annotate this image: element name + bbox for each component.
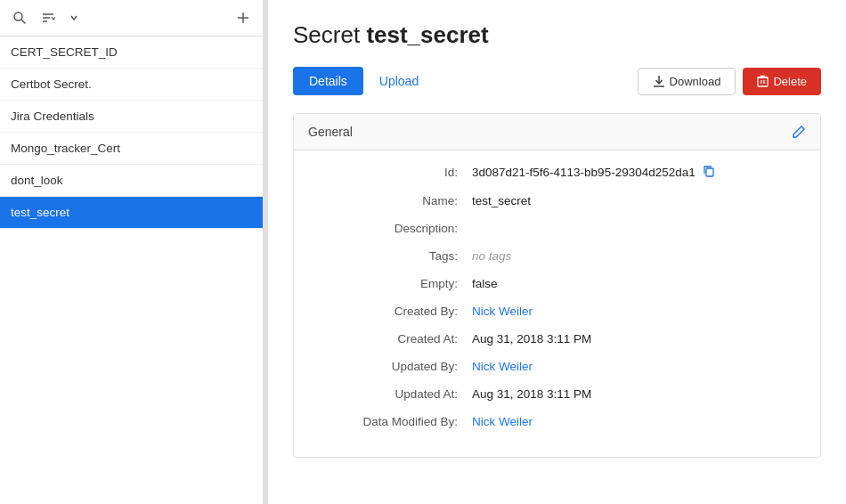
field-row-id: Id: 3d087d21-f5f6-4113-bb95-29304d252da1 — [312, 165, 802, 180]
tab-bar: Details Upload Download D — [293, 67, 821, 95]
action-buttons: Download Delete — [638, 68, 821, 95]
created-at-value: Aug 31, 2018 3:11 PM — [472, 332, 591, 345]
sidebar-item-certbot-secret[interactable]: Certbot Secret. — [0, 69, 263, 101]
download-icon — [653, 75, 665, 87]
delete-button[interactable]: Delete — [743, 68, 821, 95]
description-label: Description: — [312, 222, 472, 235]
updated-by-value[interactable]: Nick Weiler — [472, 360, 533, 373]
tags-label: Tags: — [312, 249, 472, 263]
sidebar-item-cert-secret-id[interactable]: CERT_SECRET_ID — [0, 37, 263, 69]
field-row-description: Description: — [312, 222, 802, 235]
add-button[interactable] — [232, 7, 254, 28]
copy-id-button[interactable] — [701, 165, 717, 180]
svg-line-1 — [22, 20, 26, 24]
page-title: Secret test_secret — [293, 21, 821, 49]
search-button[interactable] — [9, 7, 30, 28]
field-row-created-by: Created By: Nick Weiler — [312, 305, 802, 318]
field-row-data-modified-by: Data Modified By: Nick Weiler — [312, 415, 802, 428]
created-by-value[interactable]: Nick Weiler — [472, 305, 533, 318]
edit-button[interactable] — [792, 125, 806, 139]
name-label: Name: — [312, 194, 472, 207]
svg-rect-9 — [758, 77, 768, 86]
search-icon — [12, 11, 27, 25]
data-modified-by-value[interactable]: Nick Weiler — [472, 415, 533, 428]
field-row-updated-by: Updated By: Nick Weiler — [312, 360, 802, 373]
sidebar-item-jira-credentials[interactable]: Jira Credentials — [0, 101, 263, 133]
sidebar-item-test-secret[interactable]: test_secret — [0, 197, 263, 229]
svg-rect-13 — [706, 168, 713, 176]
resize-handle[interactable] — [264, 0, 268, 504]
edit-icon — [792, 125, 806, 139]
card-header: General — [294, 114, 820, 150]
download-button[interactable]: Download — [638, 68, 736, 95]
data-modified-by-label: Data Modified By: — [312, 415, 472, 428]
general-card: General Id: 3d087d21-f5f6-4113-bb95-2930… — [293, 113, 821, 458]
plus-icon — [236, 11, 250, 25]
id-value: 3d087d21-f5f6-4113-bb95-29304d252da1 — [472, 165, 717, 180]
copy-icon — [703, 165, 715, 177]
created-by-label: Created By: — [312, 305, 472, 318]
updated-at-value: Aug 31, 2018 3:11 PM — [472, 387, 591, 401]
card-header-title: General — [308, 125, 353, 139]
chevron-down-icon — [69, 11, 78, 25]
field-row-empty: Empty: false — [312, 277, 802, 290]
svg-point-0 — [14, 12, 22, 20]
sidebar-list: CERT_SECRET_ID Certbot Secret. Jira Cred… — [0, 37, 263, 504]
field-row-tags: Tags: no tags — [312, 249, 802, 263]
updated-at-label: Updated At: — [312, 387, 472, 401]
updated-by-label: Updated By: — [312, 360, 472, 373]
tab-upload[interactable]: Upload — [363, 67, 435, 95]
tags-value: no tags — [472, 249, 511, 263]
sidebar-item-dont-look[interactable]: dont_look — [0, 165, 263, 197]
tab-details[interactable]: Details — [293, 67, 363, 95]
sidebar: CERT_SECRET_ID Certbot Secret. Jira Cred… — [0, 0, 264, 504]
sort-button[interactable] — [37, 7, 59, 28]
id-label: Id: — [312, 166, 472, 179]
empty-value: false — [472, 277, 498, 290]
sidebar-item-mongo-tracker-cert[interactable]: Mongo_tracker_Cert — [0, 133, 263, 165]
created-at-label: Created At: — [312, 332, 472, 345]
field-row-created-at: Created At: Aug 31, 2018 3:11 PM — [312, 332, 802, 345]
trash-icon — [757, 75, 769, 87]
field-row-name: Name: test_secret — [312, 194, 802, 207]
main-content: Secret test_secret Details Upload Downlo… — [268, 0, 846, 504]
filter-button[interactable] — [66, 7, 82, 28]
name-value: test_secret — [472, 194, 531, 207]
field-row-updated-at: Updated At: Aug 31, 2018 3:11 PM — [312, 387, 802, 401]
sidebar-toolbar — [0, 0, 263, 37]
empty-label: Empty: — [312, 277, 472, 290]
card-body: Id: 3d087d21-f5f6-4113-bb95-29304d252da1… — [294, 150, 820, 457]
sort-icon — [41, 11, 55, 25]
